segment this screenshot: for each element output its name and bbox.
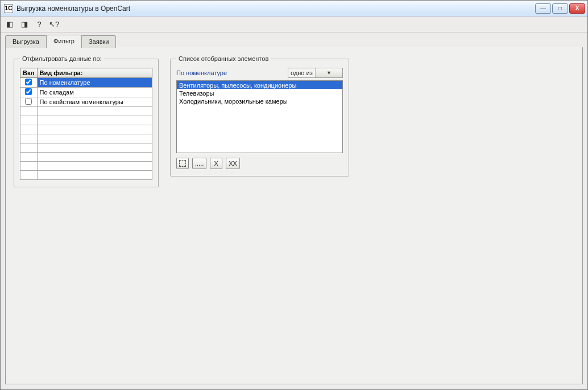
filter-row[interactable]: По свойствам номенклатуры — [20, 97, 152, 107]
filter-row[interactable]: По номенклатуре — [20, 78, 152, 88]
filter-col-enabled[interactable]: Вкл — [20, 68, 38, 78]
filter-row-empty[interactable] — [20, 143, 152, 153]
filter-row-checkbox[interactable] — [25, 88, 32, 95]
selected-header-label: По номенклатуре — [176, 69, 227, 76]
filter-row-checkbox[interactable] — [25, 79, 32, 85]
tab-filter[interactable]: Фильтр — [46, 35, 82, 47]
pick-one-button[interactable] — [176, 158, 189, 169]
maximize-button[interactable]: □ — [552, 3, 568, 14]
selected-elements-group: Список отобранных элементов По номенклат… — [170, 55, 349, 176]
filter-row-empty[interactable] — [20, 116, 152, 125]
list-item[interactable]: Холодильники, морозильные камеры — [177, 97, 342, 105]
selected-elements-legend: Список отобранных элементов — [176, 55, 271, 62]
filter-mode-combo[interactable]: одно из ▼ — [288, 68, 343, 78]
list-item[interactable]: Вентиляторы, пылесосы, кондиционеры — [177, 81, 342, 89]
tab-export[interactable]: Выгрузка — [5, 35, 47, 48]
tool-switch-a[interactable]: ◧ — [4, 19, 15, 30]
filter-row-label[interactable]: По складам — [37, 88, 152, 97]
tool-pointer[interactable]: ↖? — [48, 19, 60, 30]
filter-mode-value: одно из — [288, 69, 315, 76]
titlebar: 1C Выгрузка номенклатуры в OpenCart — □ … — [1, 1, 587, 17]
toolbar: ◧ ◨ ? ↖? — [1, 17, 587, 32]
tab-requests[interactable]: Заявки — [81, 35, 117, 48]
filter-row-checkbox-cell[interactable] — [20, 88, 38, 97]
tab-strip: Выгрузка Фильтр Заявки — [1, 32, 587, 47]
app-icon: 1C — [4, 4, 13, 13]
filter-row-checkbox-cell[interactable] — [20, 78, 38, 88]
filter-row-empty[interactable] — [20, 171, 152, 180]
filter-row-checkbox[interactable] — [25, 98, 32, 105]
tool-help[interactable]: ? — [34, 19, 45, 30]
selected-header: По номенклатуре одно из ▼ — [176, 68, 343, 78]
minimize-button[interactable]: — — [535, 3, 551, 14]
selected-items-list[interactable]: Вентиляторы, пылесосы, кондиционерыТелев… — [176, 80, 343, 153]
remove-all-button[interactable]: XX — [226, 158, 240, 169]
filter-row-label[interactable]: По свойствам номенклатуры — [37, 97, 152, 107]
list-item[interactable]: Телевизоры — [177, 89, 342, 97]
app-window: 1C Выгрузка номенклатуры в OpenCart — □ … — [0, 0, 588, 390]
window-controls: — □ X — [535, 3, 585, 14]
filter-row-empty[interactable] — [20, 134, 152, 143]
filter-row-checkbox-cell[interactable] — [20, 97, 38, 107]
tool-switch-b[interactable]: ◨ — [19, 19, 30, 30]
filter-row-label[interactable]: По номенклатуре — [37, 78, 152, 88]
pick-many-button[interactable]: ..... — [192, 158, 206, 169]
filter-table[interactable]: Вкл Вид фильтра: По номенклатуреПо склад… — [20, 68, 152, 180]
filter-row[interactable]: По складам — [20, 88, 152, 97]
filter-col-type[interactable]: Вид фильтра: — [37, 68, 152, 78]
tab-panel-filter: Отфильтровать данные по: Вкл Вид фильтра… — [5, 47, 583, 384]
filter-row-empty[interactable] — [20, 162, 152, 171]
dotted-square-icon — [179, 160, 186, 167]
filter-row-empty[interactable] — [20, 153, 152, 162]
chevron-down-icon[interactable]: ▼ — [315, 68, 342, 77]
filter-row-empty[interactable] — [20, 107, 152, 116]
remove-one-button[interactable]: X — [210, 158, 222, 169]
filter-by-group: Отфильтровать данные по: Вкл Вид фильтра… — [14, 55, 159, 187]
window-title: Выгрузка номенклатуры в OpenCart — [16, 5, 535, 13]
close-button[interactable]: X — [569, 3, 585, 14]
selection-buttons: ..... X XX — [176, 158, 343, 169]
filter-row-empty[interactable] — [20, 125, 152, 134]
filter-by-legend: Отфильтровать данные по: — [20, 55, 104, 62]
